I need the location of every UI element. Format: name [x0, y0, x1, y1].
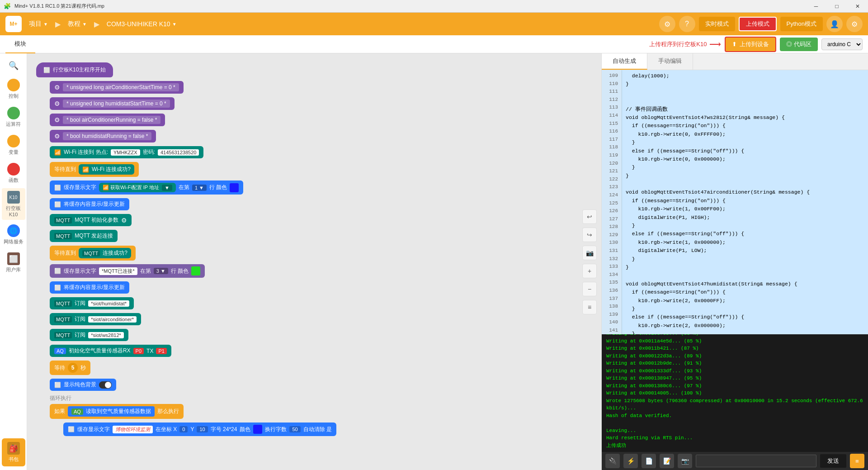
lang-select[interactable]: arduino C Python [821, 38, 863, 50]
mqtt-icon1: MQTT [54, 217, 72, 223]
aq-label2: AQ [71, 408, 83, 415]
block-wifi-wait[interactable]: 等待直到 📶 Wi-Fi 连接成功? [50, 162, 592, 179]
display-icon1: ⬜ [54, 185, 61, 191]
sidebar-item-network[interactable]: 🌐 网络服务 [2, 222, 25, 248]
console-note-btn[interactable]: 📝 [660, 454, 674, 468]
upload-mode-btn[interactable]: 上传模式 [739, 17, 777, 31]
backpack-label: 书包 [9, 456, 19, 463]
sidebar-item-operator[interactable]: 运算符 [2, 104, 25, 130]
window-controls: ─ □ ✕ [806, 0, 868, 13]
display-icon3: ⬜ [54, 268, 61, 274]
backpack-icon: 🎒 [7, 442, 20, 455]
console-wifi-btn[interactable]: ⚡ [623, 454, 638, 468]
close-btn[interactable]: ✕ [847, 0, 868, 13]
block-var2[interactable]: ⚙ * unsigned long humidistatStartTime = … [50, 97, 592, 112]
tab-auto-generate[interactable]: 自动生成 [602, 53, 647, 70]
app-logo-small: 🧩 [4, 3, 11, 9]
nav-device[interactable]: COM3-UNIHIKER K10 ▼ [107, 20, 177, 28]
block-mqtt-sub2[interactable]: MQTT 订阅 *siot/airconditioner* [50, 313, 592, 327]
block-wifi-connect[interactable]: 📶 Wi-Fi 连接到 热点: YMHKZZX 密码: 414563123852… [50, 146, 592, 160]
block-var3[interactable]: ⚙ * bool airConditionerRunning = false * [50, 114, 592, 128]
console-menu-btn[interactable]: ≡ [850, 454, 864, 468]
block-wait-5[interactable]: 等待 5 秒 [50, 361, 592, 377]
app-logo: M+ [5, 16, 22, 32]
left-sidebar: 🔍 控制 运算符 变量 函数 K10 行空板K10 🌐 网络服务 ⬜ 用户库 [0, 53, 27, 470]
console-output: Writing at 0x000f0347... (71 %)Writing a… [602, 334, 868, 452]
realtime-mode-btn[interactable]: 实时模式 [699, 17, 735, 31]
console-camera-btn[interactable]: 📷 [678, 454, 692, 468]
display-icon2: ⬜ [54, 201, 61, 208]
module-tab[interactable]: 模块 [5, 35, 35, 53]
sidebar-item-variable[interactable]: 变量 [2, 132, 25, 158]
screenshot-btn[interactable]: 📷 [582, 246, 597, 260]
console-input[interactable] [696, 455, 816, 467]
network-label: 网络服务 [4, 238, 24, 245]
upload-icon: ⬆ [732, 41, 737, 47]
console-usb-btn[interactable]: 🔌 [605, 454, 620, 468]
mqtt-sub-icon2: MQTT [54, 316, 72, 323]
block-mqtt-init[interactable]: MQTT MQTT 初始化参数 ⚙ [50, 214, 592, 228]
code-editor: 自动生成 手动编辑 109110111112113114115116117118… [602, 53, 868, 334]
block-var1[interactable]: ⚙ * unsigned long airConditionerStartTim… [50, 81, 592, 95]
sidebar-item-userlib[interactable]: ⬜ 用户库 [2, 250, 25, 276]
block-workspace[interactable]: ⬜ 行空板K10主程序开始 ⚙ * unsigned long airCondi… [27, 53, 601, 470]
var-icon3: ⚙ [54, 116, 60, 123]
zoom-in-btn[interactable]: + [582, 264, 597, 278]
user-icon[interactable]: 👤 [826, 16, 843, 32]
block-update-display2[interactable]: ⬜ 将缓存内容显示/显示更新 [50, 281, 592, 295]
upload-device-btn[interactable]: ⬆ 上传到设备 [725, 37, 776, 52]
block-mqtt-wait[interactable]: 等待直到 MQTT 连接成功? [50, 246, 592, 262]
settings-icon[interactable]: ⚙ [846, 16, 863, 32]
mqtt-check-icon: MQTT [82, 250, 100, 256]
block-loop-label: 循环执行 [50, 394, 592, 402]
community-icon[interactable]: ⚙ [659, 16, 675, 32]
toggle-switch[interactable] [99, 381, 112, 389]
block-update-display1[interactable]: ⬜ 将缓存内容显示/显示更新 [50, 198, 592, 212]
menu-btn[interactable]: ≡ [582, 300, 597, 314]
block-display-wifi[interactable]: ⬜ 缓存显示文字 📶 获取Wi-Fi配置 IP 地址 ▼ 在第 1 ▼ 行 颜色 [50, 180, 592, 196]
block-var4[interactable]: ⚙ * bool humidistatRunning = false * [50, 130, 592, 144]
line-numbers: 1091101111121131141151161171181191201211… [602, 70, 622, 334]
minimize-btn[interactable]: ─ [806, 0, 826, 13]
wifi-check-icon: 📶 [82, 166, 89, 173]
control-icon [7, 79, 20, 91]
code-area-btn[interactable]: ◎ 代码区 [780, 38, 818, 51]
help-icon[interactable]: ? [679, 16, 695, 32]
var-icon2: ⚙ [54, 100, 60, 107]
console-doc-btn[interactable]: 📄 [642, 454, 656, 468]
redo-btn[interactable]: ↪ [582, 228, 597, 242]
nav-project[interactable]: 项目 ▼ [29, 20, 48, 28]
block-if[interactable]: 如果 AQ 读取到空气质量传感器数据 那么执行 [50, 404, 592, 421]
block-mqtt-connect[interactable]: MQTT MQTT 发起连接 [50, 230, 592, 244]
console-send-btn[interactable]: 发送 [820, 454, 846, 468]
python-mode-btn[interactable]: Python模式 [780, 17, 823, 31]
title-text: Mind+ V1.8.1 RC1.0 第21课程序代码.mp [14, 3, 104, 9]
code-content[interactable]: 1091101111121131141151161171181191201211… [602, 70, 868, 334]
sidebar-item-control[interactable]: 控制 [2, 76, 25, 102]
block-main-start[interactable]: ⬜ 行空板K10主程序开始 [36, 62, 592, 79]
operator-icon [7, 107, 20, 119]
sidebar-item-k10[interactable]: K10 行空板K10 [2, 188, 25, 220]
block-mqtt-display[interactable]: ⬜ 缓存显示文字 *MQTT已连接* 在第 3 ▼ 行 颜色 [50, 264, 592, 280]
block-display-monitor[interactable]: ⬜ 缓存显示文字 博物馆环境监测 在坐标 X 0 Y 10 字号 24*24 颜… [63, 423, 592, 438]
nav-sep2: ▶ [94, 20, 99, 28]
mqtt-sub-icon3: MQTT [54, 332, 72, 338]
sidebar-item-function[interactable]: 函数 [2, 160, 25, 186]
block-icon-k10: ⬜ [43, 67, 50, 73]
maximize-btn[interactable]: □ [826, 0, 847, 13]
color-swatch-2 [191, 266, 200, 275]
block-aq-init[interactable]: AQ 初始化空气质量传感器RX P0 TX P1 [50, 345, 592, 359]
block-mqtt-sub1[interactable]: MQTT 订阅 *siot/humidistat* [50, 297, 592, 311]
wifi-icon: 📶 [54, 149, 61, 156]
aq-label: AQ [54, 348, 66, 354]
block-mqtt-sub3[interactable]: MQTT 订阅 *siot/ws2812* [50, 329, 592, 343]
undo-btn[interactable]: ↩ [582, 209, 597, 224]
nav-course[interactable]: 教程 ▼ [68, 20, 87, 28]
zoom-out-btn[interactable]: − [582, 282, 597, 296]
block-container: ⬜ 行空板K10主程序开始 ⚙ * unsigned long airCondi… [36, 62, 592, 470]
block-show-white[interactable]: ⬜ 显示纯色背景 [50, 379, 592, 393]
backpack-btn[interactable]: 🎒 书包 [2, 438, 25, 466]
variable-label: 变量 [9, 149, 19, 156]
search-btn[interactable]: 🔍 [2, 57, 25, 74]
tab-manual-edit[interactable]: 手动编辑 [647, 53, 693, 70]
